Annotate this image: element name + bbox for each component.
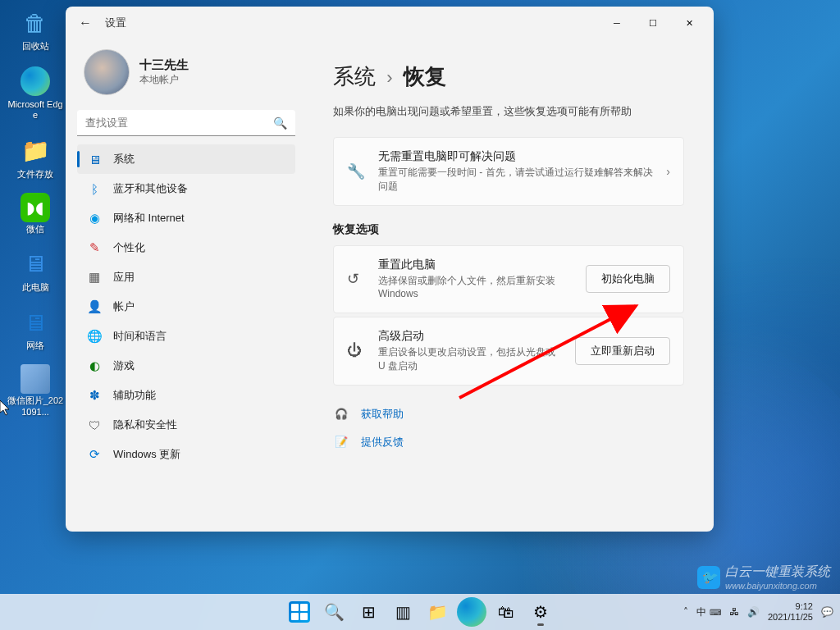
folder-icon: 📁 — [19, 135, 52, 167]
nav-item-2[interactable]: ◉网络和 Internet — [77, 203, 295, 233]
image-file-icon — [21, 364, 50, 394]
tray-chevron[interactable]: ˄ — [683, 606, 688, 618]
minimize-button[interactable]: ─ — [599, 11, 635, 35]
user-info[interactable]: 十三先生 本地帐户 — [77, 49, 295, 95]
search-input[interactable] — [77, 110, 295, 136]
nav-label: Windows 更新 — [113, 447, 180, 462]
feedback-link[interactable]: 📝 提供反馈 — [333, 428, 684, 456]
recycle-bin-icon: 🗑 — [19, 7, 52, 39]
widgets-button[interactable]: ▥ — [387, 596, 418, 628]
nav-item-0[interactable]: 🖥系统 — [77, 144, 295, 174]
system-tray: ˄ 中 ⌨ 🖧 🔊 9:12 2021/11/25 💬 — [683, 601, 833, 623]
nav-label: 时间和语言 — [113, 329, 167, 344]
nav-icon: ✽ — [87, 388, 102, 403]
clock[interactable]: 9:12 2021/11/25 — [768, 601, 813, 623]
reset-icon: ↺ — [347, 270, 365, 288]
get-help-link[interactable]: 🎧 获取帮助 — [333, 400, 684, 428]
nav-item-3[interactable]: ✎个性化 — [77, 233, 295, 262]
window-title: 设置 — [105, 16, 126, 30]
nav-icon: 🖥 — [87, 152, 102, 167]
nav-icon: 🛡 — [87, 418, 102, 432]
restart-now-button[interactable]: 立即重新启动 — [575, 337, 670, 365]
edge-icon — [19, 65, 52, 98]
network-tray-icon[interactable]: 🖧 — [729, 606, 739, 618]
nav-label: 系统 — [113, 152, 135, 167]
breadcrumb: 系统 › 恢复 — [333, 62, 684, 91]
nav-item-8[interactable]: ✽辅助功能 — [77, 381, 295, 410]
breadcrumb-parent[interactable]: 系统 — [333, 64, 376, 89]
troubleshoot-card[interactable]: 🔧 无需重置电脑即可解决问题 重置可能需要一段时间 - 首先，请尝试通过运行疑难… — [333, 137, 684, 206]
nav-label: 网络和 Internet — [113, 211, 185, 226]
titlebar: ← 设置 ─ ☐ ✕ — [66, 7, 714, 39]
nav-icon: ◐ — [87, 358, 102, 373]
desktop-icon-wechat[interactable]: ◗◖ 微信 — [7, 193, 64, 235]
desktop-icon-recycle-bin[interactable]: 🗑 回收站 — [7, 7, 64, 52]
recovery-section-title: 恢复选项 — [333, 222, 684, 237]
nav-item-6[interactable]: 🌐时间和语言 — [77, 322, 295, 351]
advanced-startup-card: ⏻ 高级启动 重启设备以更改启动设置，包括从光盘或 U 盘启动 立即重新启动 — [333, 317, 684, 386]
back-button[interactable]: ← — [72, 16, 98, 30]
pc-icon: 🖥 — [19, 248, 52, 281]
settings-taskbar-button[interactable]: ⚙ — [525, 596, 556, 628]
power-icon: ⏻ — [347, 342, 365, 359]
nav-label: 游戏 — [113, 358, 135, 373]
nav-label: 应用 — [113, 270, 135, 285]
store-button[interactable]: 🛍 — [491, 596, 522, 628]
feedback-icon: 📝 — [335, 436, 349, 448]
search-button[interactable]: 🔍 — [318, 596, 349, 628]
help-icon: 🎧 — [335, 408, 349, 420]
settings-window: ← 设置 ─ ☐ ✕ 十三先生 本地帐户 🔍 🖥系统ᛒ蓝牙和其他设备◉网络和 I… — [66, 7, 714, 532]
volume-tray-icon[interactable]: 🔊 — [747, 606, 760, 618]
start-button[interactable] — [284, 596, 315, 628]
avatar — [84, 49, 130, 95]
twitter-icon: 🐦 — [697, 566, 720, 589]
nav-icon: ᛒ — [87, 181, 102, 196]
nav-item-7[interactable]: ◐游戏 — [77, 351, 295, 381]
nav-item-5[interactable]: 👤帐户 — [77, 292, 295, 322]
search-box: 🔍 — [77, 110, 295, 136]
sidebar: 十三先生 本地帐户 🔍 🖥系统ᛒ蓝牙和其他设备◉网络和 Internet✎个性化… — [66, 39, 304, 532]
search-icon[interactable]: 🔍 — [273, 116, 287, 130]
reset-pc-card: ↺ 重置此电脑 选择保留或删除个人文件，然后重新安装 Windows 初始化电脑 — [333, 245, 684, 314]
chevron-right-icon: › — [666, 165, 670, 178]
nav-icon: ◉ — [87, 211, 102, 226]
task-view-button[interactable]: ⊞ — [353, 596, 384, 628]
nav-item-10[interactable]: ⟳Windows 更新 — [77, 440, 295, 469]
edge-taskbar-button[interactable] — [456, 596, 487, 628]
breadcrumb-current: 恢复 — [404, 64, 446, 89]
watermark: 🐦 白云一键重装系统 www.baiyunxitong.com — [697, 564, 830, 591]
desktop-icons: 🗑 回收站 Microsoft Edge 📁 文件存放 ◗◖ 微信 🖥 此电脑 … — [7, 7, 64, 431]
ime-indicator[interactable]: 中 ⌨ — [696, 605, 721, 619]
reset-pc-button[interactable]: 初始化电脑 — [586, 265, 670, 293]
desktop-icon-folder[interactable]: 📁 文件存放 — [7, 135, 64, 180]
close-button[interactable]: ✕ — [671, 11, 707, 35]
notifications-button[interactable]: 💬 — [821, 606, 833, 618]
desktop-icon-edge[interactable]: Microsoft Edge — [7, 65, 64, 121]
desktop-icon-this-pc[interactable]: 🖥 此电脑 — [7, 248, 64, 293]
desktop-icon-image[interactable]: 微信图片_2021091... — [7, 364, 64, 417]
nav-icon: 🌐 — [87, 329, 102, 344]
nav-label: 辅助功能 — [113, 388, 156, 403]
nav-icon: 👤 — [87, 299, 102, 314]
wrench-icon: 🔧 — [347, 162, 365, 180]
nav-icon: ⟳ — [87, 447, 102, 462]
nav-label: 隐私和安全性 — [113, 418, 177, 432]
mouse-cursor — [0, 400, 13, 420]
network-icon: 🖥 — [19, 306, 52, 339]
nav-icon: ▦ — [87, 270, 102, 285]
explorer-button[interactable]: 📁 — [422, 596, 453, 628]
maximize-button[interactable]: ☐ — [635, 11, 671, 35]
taskbar: 🔍 ⊞ ▥ 📁 🛍 ⚙ ˄ 中 ⌨ 🖧 🔊 9:12 2021/11/25 💬 — [0, 594, 840, 630]
chevron-right-icon: › — [386, 67, 392, 88]
nav-label: 蓝牙和其他设备 — [113, 181, 188, 196]
nav-item-9[interactable]: 🛡隐私和安全性 — [77, 410, 295, 440]
user-type: 本地帐户 — [139, 73, 189, 87]
nav-icon: ✎ — [87, 240, 102, 255]
nav-label: 个性化 — [113, 240, 145, 255]
desktop-icon-network[interactable]: 🖥 网络 — [7, 306, 64, 351]
content: 系统 › 恢复 如果你的电脑出现问题或希望重置，这些恢复选项可能有所帮助 🔧 无… — [304, 39, 714, 532]
nav-item-1[interactable]: ᛒ蓝牙和其他设备 — [77, 174, 295, 203]
nav-label: 帐户 — [113, 299, 135, 314]
nav-item-4[interactable]: ▦应用 — [77, 262, 295, 292]
page-subtitle: 如果你的电脑出现问题或希望重置，这些恢复选项可能有所帮助 — [333, 104, 684, 119]
